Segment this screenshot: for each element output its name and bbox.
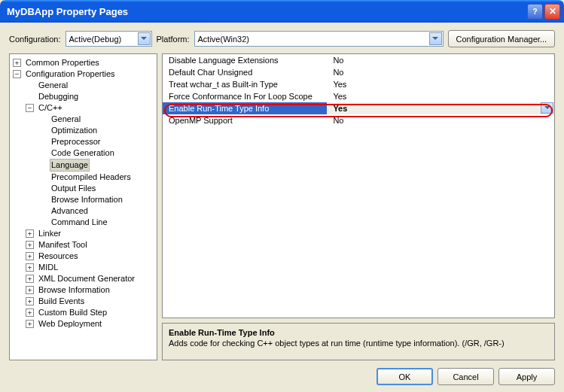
tree-item-output-files[interactable]: Output Files	[38, 183, 155, 194]
description-panel: Enable Run-Time Type Info Adds code for …	[162, 323, 555, 360]
tree-item-configuration-properties[interactable]: −Configuration Properties	[13, 68, 155, 80]
prop-row-selected[interactable]: Enable Run-Time Type InfoYes	[163, 102, 554, 114]
tree-item-browse-information[interactable]: Browse Information	[38, 194, 155, 205]
chevron-down-icon	[429, 32, 442, 45]
plus-icon: +	[26, 229, 34, 238]
window-title: MyDBApp Property Pages	[7, 6, 527, 17]
tree-item-preprocessor[interactable]: Preprocessor	[38, 136, 155, 147]
plus-icon: +	[26, 297, 34, 305]
platform-label: Platform:	[157, 35, 190, 44]
window-titlebar: MyDBApp Property Pages ? ✕	[0, 0, 564, 23]
configuration-manager-button[interactable]: Configuration Manager...	[448, 30, 555, 47]
help-button[interactable]: ?	[527, 4, 543, 20]
tree-item-web-deployment[interactable]: +Web Deployment	[26, 318, 155, 330]
tree-item-resources[interactable]: +Resources	[26, 251, 155, 262]
close-button[interactable]: ✕	[544, 4, 560, 20]
tree-item-browse-information-2[interactable]: +Browse Information	[26, 284, 155, 296]
tree-item-general[interactable]: General	[26, 80, 155, 91]
prop-row[interactable]: Force Conformance In For Loop ScopeYes	[163, 90, 554, 102]
platform-value: Active(Win32)	[198, 35, 249, 44]
plus-icon: +	[26, 263, 34, 272]
plus-icon: +	[13, 59, 21, 67]
tree-item-custom-build-step[interactable]: +Custom Build Step	[26, 307, 155, 318]
plus-icon: +	[26, 320, 34, 328]
configuration-label: Configuration:	[9, 35, 61, 44]
ok-button[interactable]: OK	[377, 368, 433, 385]
tree-item-command-line[interactable]: Command Line	[38, 217, 155, 228]
prop-row[interactable]: OpenMP SupportNo	[163, 114, 554, 126]
plus-icon: +	[26, 275, 34, 283]
tree-item-xml-document-generator[interactable]: +XML Document Generator	[26, 273, 155, 284]
plus-icon: +	[26, 241, 34, 249]
minus-icon: −	[13, 70, 21, 78]
property-grid[interactable]: Disable Language ExtensionsNo Default Ch…	[162, 53, 555, 318]
cancel-button[interactable]: Cancel	[437, 368, 494, 385]
description-title: Enable Run-Time Type Info	[169, 328, 548, 337]
tree-item-language[interactable]: Language	[38, 159, 155, 172]
plus-icon: +	[26, 252, 34, 260]
tree-item-common-properties[interactable]: +Common Properties	[13, 57, 155, 68]
tree-item-build-events[interactable]: +Build Events	[26, 296, 155, 307]
tree-item-ccpp-general[interactable]: General	[38, 114, 155, 125]
tree-item-debugging[interactable]: Debugging	[26, 91, 155, 102]
tree-item-manifest-tool[interactable]: +Manifest Tool	[26, 239, 155, 251]
description-body: Adds code for checking C++ object types …	[169, 339, 548, 348]
plus-icon: +	[26, 286, 34, 294]
plus-icon: +	[26, 308, 34, 317]
platform-combo[interactable]: Active(Win32)	[194, 31, 444, 47]
chevron-down-icon[interactable]	[541, 102, 553, 114]
apply-button[interactable]: Apply	[498, 368, 555, 385]
minus-icon: −	[26, 104, 34, 112]
tree-item-ccpp[interactable]: −C/C++	[26, 102, 155, 114]
prop-row[interactable]: Treat wchar_t as Built-in TypeYes	[163, 78, 554, 90]
chevron-down-icon	[138, 32, 151, 45]
tree-item-precompiled-headers[interactable]: Precompiled Headers	[38, 172, 155, 183]
tree-item-code-generation[interactable]: Code Generation	[38, 147, 155, 159]
configuration-value: Active(Debug)	[69, 35, 122, 44]
tree-item-advanced[interactable]: Advanced	[38, 205, 155, 217]
prop-row[interactable]: Default Char UnsignedNo	[163, 66, 554, 78]
tree-item-midl[interactable]: +MIDL	[26, 262, 155, 273]
tree-item-optimization[interactable]: Optimization	[38, 125, 155, 136]
prop-row[interactable]: Disable Language ExtensionsNo	[163, 54, 554, 66]
tree-view[interactable]: +Common Properties −Configuration Proper…	[9, 53, 157, 360]
tree-item-linker[interactable]: +Linker	[26, 228, 155, 239]
configuration-combo[interactable]: Active(Debug)	[66, 31, 152, 47]
